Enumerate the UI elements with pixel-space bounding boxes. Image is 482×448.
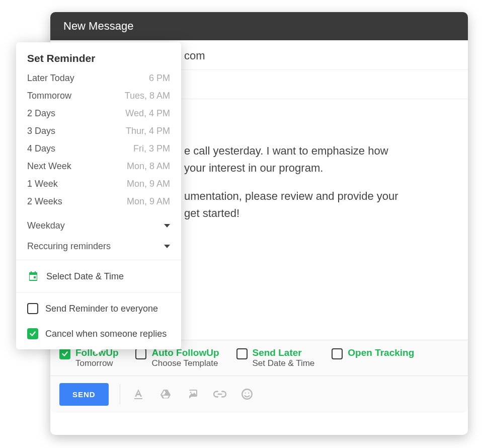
reminder-item-next-week[interactable]: Next Week Mon, 8 AM (27, 158, 170, 175)
reminder-popover: Set Reminder Later Today 6 PM Tommorow T… (16, 42, 181, 349)
select-date-time[interactable]: Select Date & Time (16, 263, 181, 289)
recurring-dropdown[interactable]: Reccuring reminders (16, 236, 181, 257)
followup-checkbox[interactable] (59, 348, 70, 359)
drive-icon[interactable] (158, 387, 173, 401)
open-tracking-checkbox[interactable] (332, 348, 343, 359)
open-tracking-option[interactable]: Open Tracking (332, 347, 414, 359)
send-later-label: Send Later (253, 347, 315, 358)
send-later-option[interactable]: Send Later Set Date & Time (236, 347, 315, 368)
chevron-down-icon (164, 245, 170, 248)
followup-sub: Tomorrow (75, 358, 118, 368)
body-line-1: e call yesterday. I want to emphasize ho… (184, 144, 388, 157)
reminder-popover-title: Set Reminder (16, 42, 181, 67)
calendar-icon (27, 270, 39, 282)
popover-divider (16, 260, 181, 260)
popover-divider (16, 292, 181, 293)
reminder-item-1-week[interactable]: 1 Week Mon, 9 AM (27, 175, 170, 193)
emoji-icon[interactable] (240, 387, 254, 401)
reminder-item-3-days[interactable]: 3 Days Thur, 4 PM (27, 122, 170, 140)
auto-followup-sub: Choose Template (151, 358, 219, 368)
send-reminder-everyone[interactable]: Send Reminder to everyone (16, 296, 181, 321)
reminder-preset-list: Later Today 6 PM Tommorow Tues, 8 AM 2 D… (16, 67, 181, 215)
body-line-4: get started! (184, 207, 239, 219)
window-title: New Message (63, 20, 133, 33)
cancel-when-replies[interactable]: Cancel when someone replies (16, 321, 181, 349)
weekday-dropdown[interactable]: Weekday (16, 215, 181, 236)
link-icon[interactable] (213, 387, 227, 401)
reminder-item-2-days[interactable]: 2 Days Wed, 4 PM (27, 105, 170, 122)
send-later-checkbox[interactable] (236, 348, 248, 359)
cancel-on-reply-checkbox[interactable] (27, 328, 38, 339)
reminder-item-2-weeks[interactable]: 2 Weeks Mon, 9 AM (27, 193, 170, 210)
svg-point-2 (248, 393, 249, 394)
reminder-item-tomorrow[interactable]: Tommorow Tues, 8 AM (27, 87, 170, 105)
send-toolbar: SEND (50, 376, 468, 413)
formatting-icon[interactable] (131, 387, 145, 401)
svg-point-0 (242, 390, 252, 400)
reminder-item-later-today[interactable]: Later Today 6 PM (27, 69, 170, 87)
svg-point-1 (245, 393, 246, 394)
chevron-down-icon (164, 224, 170, 228)
window-titlebar: New Message (50, 12, 468, 40)
send-later-sub: Set Date & Time (253, 358, 315, 368)
open-tracking-label: Open Tracking (348, 347, 414, 358)
body-line-2: your interest in our program. (184, 162, 323, 174)
image-icon[interactable] (186, 387, 200, 401)
auto-followup-option[interactable]: Auto FollowUp Choose Template (135, 347, 219, 368)
followup-option[interactable]: FollowUp Tomorrow (59, 347, 118, 368)
reminder-item-4-days[interactable]: 4 Days Fri, 3 PM (27, 140, 170, 158)
send-button[interactable]: SEND (59, 383, 109, 406)
auto-followup-checkbox[interactable] (135, 348, 146, 359)
body-line-3: umentation, please review and provide yo… (184, 190, 398, 202)
send-everyone-checkbox[interactable] (27, 303, 38, 314)
toolbar-divider (120, 384, 120, 404)
